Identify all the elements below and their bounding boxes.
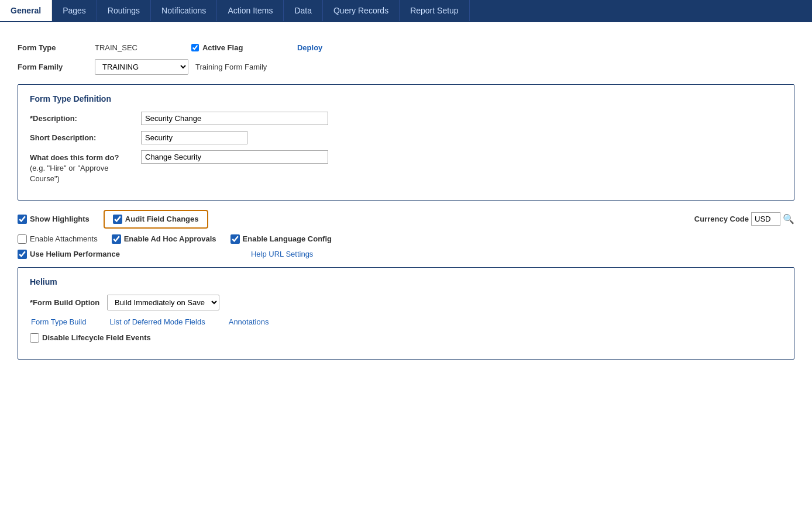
- short-description-label: Short Description:: [30, 131, 135, 142]
- currency-area: Currency Code 🔍: [694, 212, 794, 226]
- short-description-row: Short Description:: [30, 131, 782, 144]
- enable-ad-hoc-checkbox[interactable]: [112, 234, 121, 244]
- helium-box-title: Helium: [30, 277, 782, 286]
- form-type-label: Form Type: [18, 43, 88, 52]
- use-helium-label: Use Helium Performance: [30, 250, 120, 258]
- what-label: What does this form do? (e.g. "Hire" or …: [30, 150, 135, 185]
- form-build-option-select[interactable]: Build Immediately on Save Deferred Mode …: [107, 295, 219, 310]
- tab-action-items[interactable]: Action Items: [217, 0, 284, 21]
- disable-lifecycle-checkbox-item[interactable]: Disable Lifecycle Field Events: [30, 333, 151, 343]
- audit-field-changes-checkbox-item[interactable]: Audit Field Changes: [113, 215, 199, 224]
- disable-lifecycle-row: Disable Lifecycle Field Events: [30, 333, 782, 343]
- tab-general[interactable]: General: [0, 0, 52, 21]
- options-row-1: Show Highlights Audit Field Changes Curr…: [18, 210, 794, 229]
- what-input[interactable]: [141, 150, 328, 164]
- description-label: *Description:: [30, 112, 135, 123]
- form-family-select[interactable]: TRAINING HR FINANCE OPERATIONS: [95, 59, 188, 75]
- tab-report-setup[interactable]: Report Setup: [400, 0, 470, 21]
- audit-field-changes-checkbox[interactable]: [113, 215, 122, 224]
- deferred-mode-link[interactable]: List of Deferred Mode Fields: [109, 317, 205, 326]
- tab-pages[interactable]: Pages: [52, 0, 97, 21]
- show-highlights-label: Show Highlights: [30, 215, 90, 223]
- currency-code-label: Currency Code: [694, 215, 749, 223]
- annotations-link[interactable]: Annotations: [229, 317, 269, 326]
- short-description-input[interactable]: [141, 131, 247, 144]
- show-highlights-checkbox-item[interactable]: Show Highlights: [18, 215, 90, 224]
- audit-field-changes-label: Audit Field Changes: [125, 215, 199, 223]
- deploy-link[interactable]: Deploy: [297, 43, 322, 52]
- form-family-description: Training Form Family: [195, 63, 267, 71]
- options-row-3: Use Helium Performance Help URL Settings: [18, 250, 794, 259]
- currency-code-input[interactable]: [751, 212, 780, 226]
- enable-ad-hoc-label: Enable Ad Hoc Approvals: [124, 234, 216, 243]
- tab-bar: General Pages Routings Notifications Act…: [0, 0, 812, 22]
- tab-routings[interactable]: Routings: [97, 0, 151, 21]
- enable-attachments-checkbox-item[interactable]: Enable Attachments: [18, 234, 98, 244]
- what-row: What does this form do? (e.g. "Hire" or …: [30, 150, 782, 185]
- enable-ad-hoc-checkbox-item[interactable]: Enable Ad Hoc Approvals: [112, 234, 216, 244]
- enable-attachments-checkbox[interactable]: [18, 234, 27, 244]
- tab-notifications[interactable]: Notifications: [151, 0, 217, 21]
- active-flag-checkbox[interactable]: [191, 44, 199, 51]
- options-row-2: Enable Attachments Enable Ad Hoc Approva…: [18, 234, 794, 244]
- form-build-option-row: *Form Build Option Build Immediately on …: [30, 295, 782, 310]
- main-content: Form Type TRAIN_SEC Active Flag Deploy F…: [0, 22, 812, 371]
- active-flag-area: Active Flag: [191, 43, 273, 52]
- show-highlights-checkbox[interactable]: [18, 215, 27, 224]
- form-type-build-link[interactable]: Form Type Build: [31, 317, 86, 326]
- tab-data[interactable]: Data: [284, 0, 323, 21]
- help-url-link[interactable]: Help URL Settings: [251, 250, 313, 258]
- currency-search-icon[interactable]: 🔍: [783, 213, 794, 224]
- enable-language-label: Enable Language Config: [243, 234, 332, 243]
- form-type-definition-box: Form Type Definition *Description: Short…: [18, 84, 794, 201]
- enable-attachments-label: Enable Attachments: [30, 234, 98, 243]
- enable-language-checkbox-item[interactable]: Enable Language Config: [230, 234, 332, 244]
- description-row: *Description:: [30, 112, 782, 125]
- form-family-row: Form Family TRAINING HR FINANCE OPERATIO…: [18, 59, 794, 75]
- form-family-label: Form Family: [18, 63, 88, 71]
- helium-box: Helium *Form Build Option Build Immediat…: [18, 267, 794, 360]
- disable-lifecycle-checkbox[interactable]: [30, 333, 39, 343]
- form-build-option-label: *Form Build Option: [30, 298, 100, 307]
- definition-box-title: Form Type Definition: [30, 94, 782, 103]
- active-flag-label: Active Flag: [202, 43, 273, 52]
- use-helium-checkbox-item[interactable]: Use Helium Performance: [18, 250, 120, 259]
- helium-links-row: Form Type Build List of Deferred Mode Fi…: [31, 317, 782, 326]
- form-type-value: TRAIN_SEC: [95, 43, 137, 52]
- audit-highlight-box: Audit Field Changes: [104, 210, 208, 229]
- disable-lifecycle-label: Disable Lifecycle Field Events: [42, 333, 151, 342]
- use-helium-checkbox[interactable]: [18, 250, 27, 259]
- enable-language-checkbox[interactable]: [230, 234, 240, 244]
- description-input[interactable]: [141, 112, 328, 125]
- form-type-row: Form Type TRAIN_SEC Active Flag Deploy: [18, 43, 794, 52]
- tab-query-records[interactable]: Query Records: [323, 0, 400, 21]
